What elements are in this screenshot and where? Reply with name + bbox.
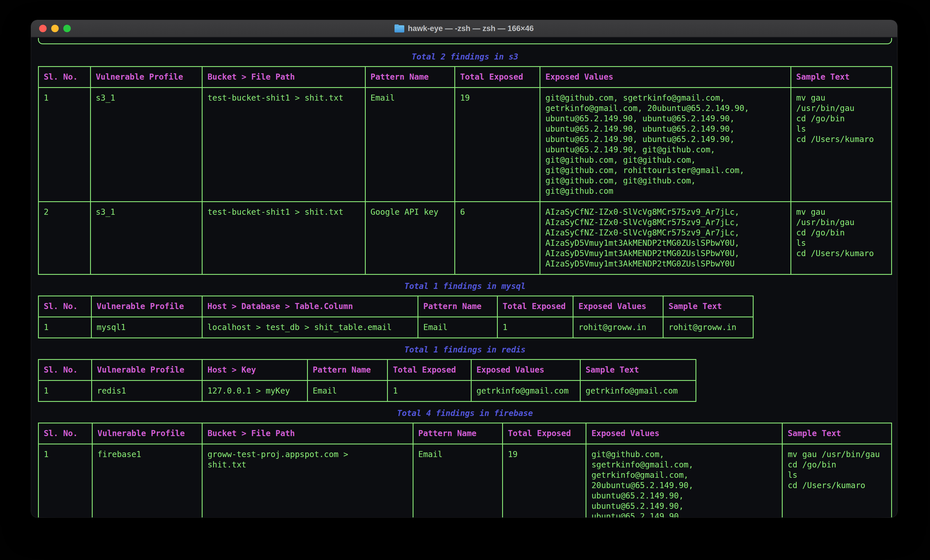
table-cell: Email: [307, 380, 388, 402]
table-cell: redis1: [92, 380, 202, 402]
section-title-s3: Total 2 findings in s3: [38, 52, 892, 62]
column-header: Exposed Values: [573, 296, 663, 317]
table-cell: mysql1: [91, 317, 202, 338]
minimize-button[interactable]: [51, 25, 59, 32]
table-cell: test-bucket-shit1 > shit.txt: [202, 88, 365, 202]
table-cell: 127.0.0.1 > myKey: [202, 380, 308, 402]
table-cell: 1: [38, 444, 92, 518]
table-cell: 1: [388, 380, 471, 402]
findings-table-redis: Sl. No.Vulnerable ProfileHost > KeyPatte…: [38, 359, 696, 402]
column-header: Total Exposed: [497, 296, 573, 317]
column-header: Bucket > File Path: [202, 67, 365, 88]
table-cell: mv gau /usr/bin/gau cd /go/bin ls cd /Us…: [791, 202, 892, 275]
table-header-row: Sl. No.Vulnerable ProfileHost > Database…: [38, 296, 753, 317]
table-cell: 1: [38, 380, 92, 402]
column-header: Host > Key: [202, 360, 308, 380]
column-header: Total Exposed: [388, 360, 471, 380]
table-cell: 1: [497, 317, 573, 338]
column-header: Exposed Values: [471, 360, 580, 380]
findings-table-firebase: Sl. No.Vulnerable ProfileBucket > File P…: [38, 423, 892, 517]
table-cell: git@github.com, sgetrkinfo@gmail.com, ge…: [540, 88, 791, 202]
terminal-content[interactable]: Total 2 findings in s3 Sl. No.Vulnerable…: [31, 38, 897, 517]
terminal-window: hawk-eye — -zsh — zsh — 166×46 Total 2 f…: [31, 20, 897, 517]
column-header: Sl. No.: [38, 296, 91, 317]
column-header: Sample Text: [782, 423, 892, 444]
table-cell: localhost > test_db > shit_table.email: [202, 317, 418, 338]
table-cell: 1: [38, 88, 91, 202]
folder-icon: [394, 25, 404, 32]
table-header-row: Sl. No.Vulnerable ProfileBucket > File P…: [38, 423, 892, 444]
table-cell: Email: [418, 317, 497, 338]
column-header: Vulnerable Profile: [91, 296, 202, 317]
table-cell: getrkinfo@gmail.com: [471, 380, 580, 402]
table-cell: groww-test-proj.appspot.com > shit.txt: [202, 444, 413, 518]
window-title: hawk-eye — -zsh — zsh — 166×46: [31, 24, 897, 33]
column-header: Pattern Name: [307, 360, 388, 380]
table-row: 1firebase1groww-test-proj.appspot.com > …: [38, 444, 892, 518]
table-cell: Email: [413, 444, 502, 518]
table-cell: test-bucket-shit1 > shit.txt: [202, 202, 365, 275]
column-header: Exposed Values: [586, 423, 782, 444]
table-cell: AIzaSyCfNZ-IZx0-SlVcVg8MCr575zv9_Ar7jLc,…: [540, 202, 791, 275]
table-row: 2s3_1test-bucket-shit1 > shit.txtGoogle …: [38, 202, 892, 275]
table-header-row: Sl. No.Vulnerable ProfileHost > KeyPatte…: [38, 360, 696, 380]
table-cell: mv gau /usr/bin/gau cd /go/bin ls cd /Us…: [782, 444, 892, 518]
previous-table-bottom-border: [38, 38, 892, 44]
table-cell: 1: [38, 317, 91, 338]
table-row: 1s3_1test-bucket-shit1 > shit.txtEmail19…: [38, 88, 892, 202]
column-header: Sl. No.: [38, 67, 91, 88]
column-header: Vulnerable Profile: [92, 360, 202, 380]
column-header: Sample Text: [663, 296, 753, 317]
section-title-redis: Total 1 findings in redis: [38, 345, 892, 355]
title-bar[interactable]: hawk-eye — -zsh — zsh — 166×46: [31, 20, 897, 37]
section-mysql: Total 1 findings in mysql Sl. No.Vulnera…: [38, 281, 892, 338]
traffic-lights: [39, 20, 71, 37]
section-redis: Total 1 findings in redis Sl. No.Vulnera…: [38, 345, 892, 402]
column-header: Sl. No.: [38, 360, 92, 380]
column-header: Pattern Name: [413, 423, 502, 444]
column-header: Sample Text: [791, 67, 892, 88]
table-cell: mv gau /usr/bin/gau cd /go/bin ls cd /Us…: [791, 88, 892, 202]
window-title-text: hawk-eye — -zsh — zsh — 166×46: [408, 24, 533, 33]
column-header: Exposed Values: [540, 67, 791, 88]
table-cell: Google API key: [365, 202, 455, 275]
table-row: 1redis1127.0.0.1 > myKeyEmail1getrkinfo@…: [38, 380, 696, 402]
section-title-firebase: Total 4 findings in firebase: [38, 408, 892, 419]
table-cell: s3_1: [90, 88, 202, 202]
column-header: Host > Database > Table.Column: [202, 296, 418, 317]
column-header: Vulnerable Profile: [92, 423, 202, 444]
column-header: Bucket > File Path: [202, 423, 413, 444]
table-cell: getrkinfo@gmail.com: [580, 380, 696, 402]
column-header: Total Exposed: [502, 423, 586, 444]
column-header: Sample Text: [580, 360, 696, 380]
section-s3: Total 2 findings in s3 Sl. No.Vulnerable…: [38, 52, 892, 275]
section-title-mysql: Total 1 findings in mysql: [38, 281, 892, 292]
table-cell: 2: [38, 202, 91, 275]
section-firebase: Total 4 findings in firebase Sl. No.Vuln…: [38, 408, 892, 517]
column-header: Pattern Name: [365, 67, 455, 88]
close-button[interactable]: [39, 25, 47, 32]
column-header: Pattern Name: [418, 296, 497, 317]
table-cell: 19: [455, 88, 540, 202]
table-cell: Email: [365, 88, 455, 202]
table-row: 1mysql1localhost > test_db > shit_table.…: [38, 317, 753, 338]
table-cell: git@github.com, sgetrkinfo@gmail.com, ge…: [586, 444, 782, 518]
zoom-button[interactable]: [63, 25, 71, 32]
table-cell: s3_1: [90, 202, 202, 275]
table-header-row: Sl. No.Vulnerable ProfileBucket > File P…: [38, 67, 892, 88]
table-cell: 19: [502, 444, 586, 518]
column-header: Sl. No.: [38, 423, 92, 444]
table-cell: rohit@groww.in: [573, 317, 663, 338]
column-header: Total Exposed: [455, 67, 540, 88]
table-cell: 6: [455, 202, 540, 275]
findings-table-mysql: Sl. No.Vulnerable ProfileHost > Database…: [38, 296, 754, 338]
table-cell: rohit@groww.in: [663, 317, 753, 338]
table-cell: firebase1: [92, 444, 202, 518]
column-header: Vulnerable Profile: [90, 67, 202, 88]
findings-table-s3: Sl. No.Vulnerable ProfileBucket > File P…: [38, 66, 892, 275]
